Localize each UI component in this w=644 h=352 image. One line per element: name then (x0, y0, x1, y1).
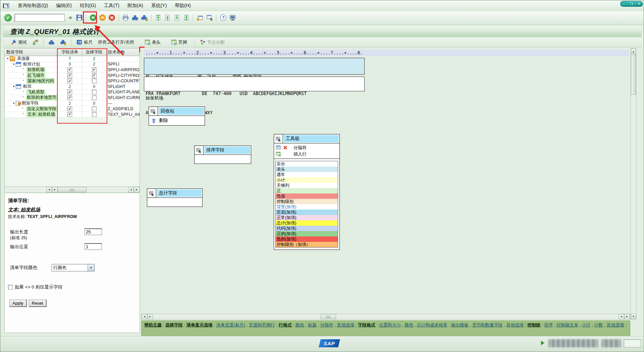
style-item[interactable]: 页眉(加强) (276, 210, 338, 215)
print-button[interactable] (121, 13, 130, 22)
maximize-button[interactable]: ❐ (628, 1, 635, 6)
sort-fields-title[interactable]: 排序字段 (204, 146, 250, 154)
show-if-nonzero-checkbox[interactable] (8, 285, 13, 290)
separator-tool[interactable]: 分隔符 (275, 144, 339, 151)
next-page-button[interactable] (172, 13, 181, 22)
scroll-left-icon[interactable]: ◄ (142, 314, 147, 319)
tree-horizontal-scrollbar[interactable]: ◄ ► ◄ ► (5, 186, 140, 192)
menu-item[interactable]: 系统(Y) (147, 1, 171, 10)
col-header-data-fields[interactable]: 数据字段 (5, 49, 58, 56)
menu-item[interactable]: 编辑(E) (52, 1, 76, 10)
help-topic-link[interactable]: 其他选项 (607, 322, 624, 327)
enter-button[interactable]: ✓ (4, 14, 12, 21)
scroll-left-icon[interactable]: ◄ (619, 314, 624, 319)
minimize-button[interactable]: — (621, 1, 628, 6)
help-topic-link[interactable]: 计数 (594, 322, 603, 327)
select-field-checkbox[interactable] (92, 90, 97, 94)
list-header-block[interactable]: 机 起飞城市 国 飞机 货币 附加字段 始发机场 (144, 58, 365, 75)
col-header-technical-name[interactable]: 技术名称 (106, 49, 140, 56)
total-fields-title[interactable]: 总计字段 (157, 189, 202, 197)
style-item[interactable]: 正常(加强) (276, 215, 338, 220)
field-list-checkbox[interactable] (67, 106, 72, 111)
scroll-right-icon[interactable]: ► (134, 187, 140, 192)
insert-row-tool[interactable]: 插入行 (275, 151, 339, 157)
field-list-checkbox[interactable] (67, 95, 72, 100)
previous-page-button[interactable] (163, 13, 172, 22)
style-item[interactable]: 控制级别（加强） (276, 242, 338, 247)
help-topic-link[interactable]: 清单显示选项 (186, 322, 213, 327)
help-topic-link[interactable]: 货币和数量字段 (472, 322, 503, 327)
first-page-button[interactable] (154, 13, 162, 22)
scroll-right-icon[interactable]: ► (624, 314, 630, 319)
field-list-checkbox[interactable] (67, 73, 72, 78)
find-next-button-2[interactable] (57, 38, 69, 47)
style-item[interactable]: 负值 (276, 193, 338, 199)
total-fields-empty-slot[interactable] (147, 198, 202, 207)
system-menu-icon[interactable] (3, 3, 9, 8)
scroll-left-icon[interactable]: ◄ (128, 187, 134, 192)
help-topic-link[interactable]: 总计和成本核算 (417, 322, 447, 327)
tree-node[interactable]: 航班的本地货币 (5, 95, 58, 100)
style-item[interactable]: 负的(加强) (276, 236, 338, 242)
scrollbar-thumb[interactable] (631, 54, 636, 95)
expander-icon[interactable] (12, 85, 16, 88)
scroll-up-icon[interactable]: ▲ (631, 49, 636, 54)
tree-node[interactable]: 航班计划 (5, 62, 58, 67)
style-item[interactable]: 代码(加强) (276, 226, 338, 231)
drag-handle-icon[interactable] (149, 107, 158, 116)
sort-fields-empty-slot[interactable] (195, 155, 251, 164)
field-list-checkbox[interactable] (67, 79, 72, 83)
design-horizontal-scrollbar[interactable]: ◄ ► ◄ ► (141, 314, 630, 319)
tree-node[interactable]: 始发机场 (5, 67, 58, 73)
recycle-bin-title[interactable]: 回收站 (159, 107, 204, 115)
style-item[interactable]: 正 (276, 188, 338, 193)
style-item[interactable]: 通常 (276, 172, 338, 177)
tree-node[interactable]: 附加字段 (5, 101, 58, 106)
exit-button[interactable] (98, 13, 107, 22)
delete-drop-target[interactable]: 删除 (149, 116, 205, 125)
find-button[interactable] (130, 13, 139, 22)
expander-icon[interactable] (12, 63, 16, 66)
tree-node[interactable]: 表连接 (5, 56, 58, 61)
tree-node[interactable]: 自定义附加字段 (5, 106, 58, 112)
drag-handle-icon[interactable] (274, 134, 283, 143)
col-header-field-list[interactable]: 字段清单 (58, 49, 82, 56)
help-button[interactable] (219, 13, 227, 22)
drag-handle-icon[interactable] (147, 189, 156, 197)
drag-handle-icon[interactable] (195, 146, 204, 155)
ruler-button[interactable]: 标尺 (73, 38, 95, 47)
back-button[interactable] (89, 13, 97, 22)
collapse-toolbar-icon[interactable]: « (69, 14, 72, 21)
help-topic-link[interactable]: 清单宽度(标尺) (216, 322, 246, 327)
cancel-button[interactable] (107, 13, 116, 22)
chevron-down-icon[interactable]: ▼ (88, 264, 94, 271)
select-field-checkbox[interactable] (92, 95, 97, 100)
scrollbar-thumb[interactable] (321, 314, 336, 319)
select-field-checkbox[interactable] (92, 68, 97, 72)
style-item[interactable]: 总计(加强) (276, 220, 338, 226)
field-list-checkbox[interactable] (67, 68, 72, 72)
design-vertical-scrollbar[interactable]: ▲ ▼ (631, 48, 636, 319)
style-item[interactable]: 后台 (276, 161, 338, 167)
output-position-input[interactable] (85, 243, 102, 250)
menu-item[interactable]: 查询绘制器(Q) (14, 1, 52, 10)
help-topic-link[interactable]: 分隔符 (320, 322, 333, 327)
help-topic-link[interactable]: 页眉和页脚行 (249, 322, 275, 327)
help-topic-link[interactable]: 控制级文本 (556, 322, 578, 327)
select-field-checkbox[interactable] (92, 73, 97, 78)
add-footer-button[interactable]: 页脚 (168, 38, 190, 47)
select-field-checkbox[interactable] (92, 79, 97, 83)
help-topic-link[interactable]: 排序 (544, 322, 553, 327)
add-header-button[interactable]: 表头 (142, 38, 163, 47)
help-topic-link[interactable]: 其他选项 (506, 322, 524, 327)
tree-node[interactable]: 国家/地区代码 (5, 78, 58, 84)
scroll-left-icon[interactable]: ◄ (46, 187, 52, 192)
list-field-color-select[interactable]: 行颜色 ▼ (52, 264, 95, 271)
reset-button[interactable]: Reset (29, 300, 47, 307)
col-header-select-field[interactable]: 选择字段 (82, 49, 106, 56)
test-button[interactable]: 测试 (8, 38, 30, 47)
tree-node[interactable]: 航班 (5, 84, 58, 89)
help-topic-link[interactable]: 颜色 (405, 322, 413, 327)
scroll-down-icon[interactable]: ▼ (631, 314, 636, 319)
help-topic-link[interactable]: 标题 (308, 322, 317, 327)
